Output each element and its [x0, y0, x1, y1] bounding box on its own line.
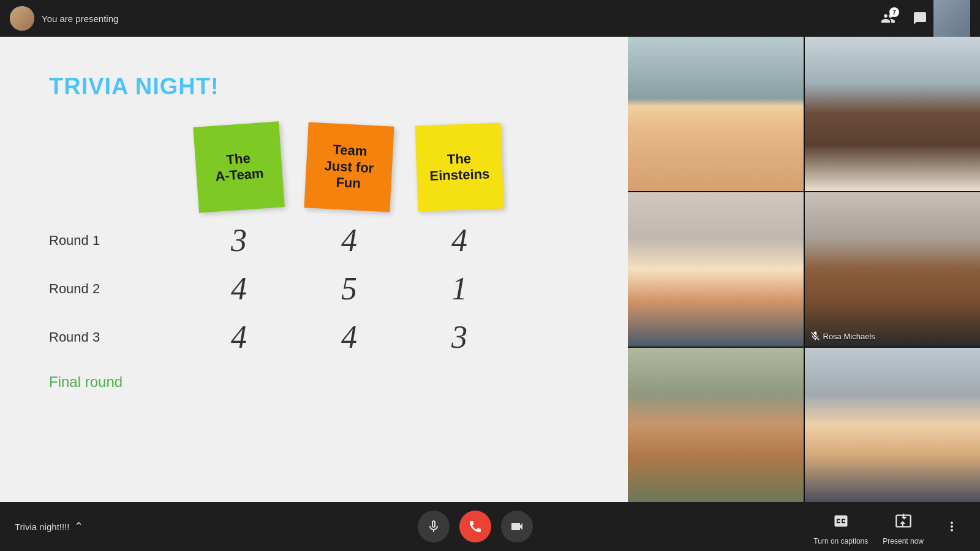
microphone-button[interactable]	[418, 511, 450, 542]
participants-button[interactable]: 7	[875, 5, 902, 32]
present-now-button[interactable]: Present now	[883, 508, 924, 545]
participant-video-3	[628, 192, 804, 347]
self-video-preview	[933, 0, 970, 37]
call-controls	[137, 511, 813, 542]
bottom-bar: Trivia night!!!! ⌃ Turn on captions Pres…	[0, 502, 980, 551]
video-tile-6	[805, 348, 981, 502]
score-table: TheA-Team TeamJust forFun TheEinsteins R…	[49, 124, 579, 391]
avatar-image	[10, 6, 34, 31]
slide-title: TRIVIA NIGHT!	[49, 73, 579, 100]
round-1-score-einsteins: 4	[404, 222, 514, 258]
video-tile-3	[628, 192, 804, 347]
slide-content: TRIVIA NIGHT! TheA-Team TeamJust forFun …	[0, 37, 628, 502]
participant-name-4: Rosa Michaels	[823, 332, 875, 341]
video-tile-2	[805, 37, 981, 191]
present-now-label: Present now	[883, 537, 924, 545]
round-3-score-einsteins: 3	[404, 319, 514, 355]
round-1-row: Round 1 3 4 4	[49, 222, 579, 258]
score-rows: Round 1 3 4 4 Round 2 4 5 1	[49, 222, 579, 355]
meeting-title-area[interactable]: Trivia night!!!! ⌃	[15, 520, 137, 533]
end-call-button[interactable]	[459, 511, 491, 542]
video-tile-1	[628, 37, 804, 191]
chat-button[interactable]	[907, 5, 933, 32]
round-1-scores: 3 4 4	[184, 222, 514, 258]
presenter-avatar	[10, 6, 34, 31]
video-tile-5	[628, 348, 804, 502]
round-1-score-ateam: 3	[184, 222, 294, 258]
round-2-score-fun: 5	[294, 271, 404, 307]
round-3-row: Round 3 4 4 3	[49, 319, 579, 355]
round-3-label: Round 3	[49, 329, 184, 345]
video-tile-4: Rosa Michaels	[805, 192, 981, 347]
round-2-scores: 4 5 1	[184, 271, 514, 307]
participant-video-6	[805, 348, 981, 502]
main-area: TRIVIA NIGHT! TheA-Team TeamJust forFun …	[0, 37, 980, 502]
round-2-label: Round 2	[49, 281, 184, 297]
participant-count-badge: 7	[889, 7, 899, 17]
participant-video-5	[628, 348, 804, 502]
video-sidebar: Rosa Michaels	[628, 37, 980, 502]
captions-icon	[827, 508, 854, 534]
round-2-row: Round 2 4 5 1	[49, 271, 579, 307]
participant-video-1	[628, 37, 804, 191]
round-2-score-einsteins: 1	[404, 271, 514, 307]
team-headers: TheA-Team TeamJust forFun TheEinsteins	[184, 124, 579, 210]
top-bar: You are presenting 7	[0, 0, 980, 37]
participant-name-badge-4: Rosa Michaels	[810, 331, 875, 342]
round-1-label: Round 1	[49, 233, 184, 249]
team-a-sticky: TheA-Team	[193, 121, 284, 212]
round-2-score-ateam: 4	[184, 271, 294, 307]
presenting-status: You are presenting	[42, 13, 875, 24]
meeting-title: Trivia night!!!!	[15, 522, 69, 532]
participant-video-2	[805, 37, 981, 191]
round-3-score-fun: 4	[294, 319, 404, 355]
round-1-score-fun: 4	[294, 222, 404, 258]
team-einsteins-sticky: TheEinsteins	[415, 123, 504, 212]
present-now-icon	[890, 508, 917, 534]
final-round-label: Final round	[49, 373, 579, 391]
team-fun-sticky: TeamJust forFun	[304, 122, 394, 212]
chevron-up-icon: ⌃	[74, 520, 83, 533]
right-controls: Turn on captions Present now	[813, 508, 965, 545]
presentation-slide: TRIVIA NIGHT! TheA-Team TeamJust forFun …	[0, 37, 628, 502]
round-3-scores: 4 4 3	[184, 319, 514, 355]
participant-video-4	[805, 192, 981, 347]
more-options-button[interactable]	[938, 513, 965, 540]
round-3-score-ateam: 4	[184, 319, 294, 355]
captions-button[interactable]: Turn on captions	[813, 508, 868, 545]
top-bar-icons: 7	[875, 5, 933, 32]
captions-label: Turn on captions	[813, 537, 868, 545]
camera-button[interactable]	[501, 511, 533, 542]
